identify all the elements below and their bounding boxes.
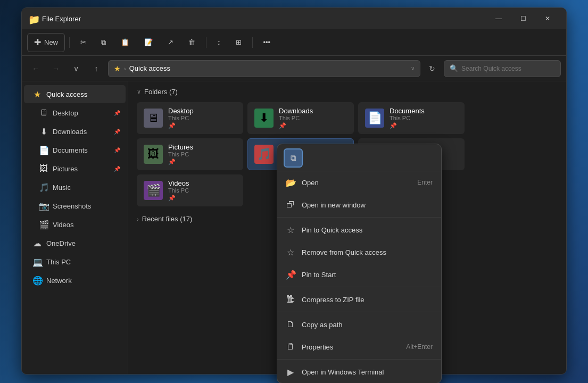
toolbar-separator-3: [252, 37, 253, 48]
pin-icon-pictures: 📌: [114, 166, 120, 172]
recent-chevron-icon: ›: [137, 216, 139, 222]
folders-chevron-icon: ∨: [137, 88, 141, 95]
context-item-open-terminal-label: Open in Windows Terminal: [302, 368, 433, 376]
folder-pictures-info: Pictures This PC 📌: [168, 143, 236, 165]
folder-item-desktop[interactable]: 🖥 Desktop This PC 📌: [137, 102, 243, 134]
sidebar-item-onedrive[interactable]: ☁ OneDrive: [24, 234, 126, 252]
context-item-properties[interactable]: 🗒 Properties Alt+Enter: [277, 336, 441, 358]
up-button[interactable]: ↑: [88, 60, 105, 77]
search-input[interactable]: [461, 65, 555, 72]
sidebar-item-label-quick-access: Quick access: [46, 90, 120, 98]
context-top-row: ⧉: [277, 144, 441, 171]
remove-quick-icon: ☆: [286, 247, 295, 257]
sidebar: ★ Quick access 🖥 Desktop 📌 ⬇ Downloads 📌…: [22, 81, 128, 374]
sidebar-item-this-pc[interactable]: 💻 This PC: [24, 253, 126, 271]
sidebar-item-label-downloads: Downloads: [53, 128, 110, 136]
context-item-pin-start[interactable]: 📌 Pin to Start: [277, 263, 441, 286]
folder-videos-name: Videos: [168, 179, 236, 187]
folder-item-pictures[interactable]: 🖼 Pictures This PC 📌: [137, 138, 243, 170]
context-separator-1: [277, 217, 441, 218]
screenshots-icon: 📷: [39, 201, 48, 211]
forward-button[interactable]: →: [47, 60, 64, 77]
share-icon: ↗: [168, 38, 173, 46]
new-icon: ✚: [34, 37, 41, 47]
context-item-pin-quick[interactable]: ☆ Pin to Quick access: [277, 219, 441, 241]
sidebar-item-label-documents: Documents: [53, 146, 110, 154]
sort-button[interactable]: ↕: [211, 33, 227, 52]
pin-icon-desktop: 📌: [114, 110, 120, 116]
context-item-open-label: Open: [302, 179, 411, 187]
folder-downloads-info: Downloads This PC 📌: [279, 107, 347, 129]
folder-videos-pin: 📌: [168, 195, 236, 202]
cut-button[interactable]: ✂: [74, 33, 93, 52]
folders-section-header[interactable]: ∨ Folders (7): [137, 88, 558, 96]
sidebar-item-desktop[interactable]: 🖥 Desktop 📌: [24, 104, 126, 122]
view-icon: ⊞: [236, 38, 242, 46]
context-copy-icon-button[interactable]: ⧉: [284, 148, 303, 168]
share-button[interactable]: ↗: [161, 33, 180, 52]
context-item-compress[interactable]: 🗜 Compress to ZIP file: [277, 288, 441, 311]
folder-desktop-pin: 📌: [168, 122, 236, 129]
context-item-pin-quick-label: Pin to Quick access: [302, 226, 433, 234]
view-button[interactable]: ⊞: [229, 33, 248, 52]
back-button[interactable]: ←: [27, 60, 44, 77]
address-bar-area: ← → ∨ ↑ ★ › Quick access ∨ ↻ 🔍: [22, 56, 566, 81]
folder-documents-info: Documents This PC 📌: [390, 107, 458, 129]
new-button[interactable]: ✚ New: [27, 33, 65, 52]
folder-pictures-pin: 📌: [168, 159, 236, 165]
folder-desktop-info: Desktop This PC 📌: [168, 107, 236, 129]
sidebar-item-documents[interactable]: 📄 Documents 📌: [24, 141, 126, 159]
sidebar-item-screenshots[interactable]: 📷 Screenshots: [24, 197, 126, 215]
address-bar[interactable]: ★ › Quick access ∨: [108, 60, 420, 77]
folder-documents-pin: 📌: [390, 122, 458, 129]
properties-icon: 🗒: [286, 342, 295, 352]
close-button[interactable]: ✕: [535, 10, 560, 27]
folder-item-videos[interactable]: 🎬 Videos This PC 📌: [137, 174, 243, 206]
rename-icon: 📝: [144, 38, 153, 46]
minimize-button[interactable]: —: [486, 10, 511, 27]
context-item-open-shortcut: Enter: [417, 179, 433, 186]
folder-documents-name: Documents: [390, 107, 458, 115]
pin-quick-icon: ☆: [286, 225, 295, 235]
folder-desktop-sub: This PC: [168, 115, 236, 121]
paste-button[interactable]: 📋: [114, 33, 136, 52]
more-button[interactable]: •••: [257, 33, 277, 52]
context-item-properties-shortcut: Alt+Enter: [406, 343, 433, 351]
sidebar-item-videos[interactable]: 🎬 Videos: [24, 215, 126, 234]
maximize-button[interactable]: ☐: [511, 10, 535, 27]
folder-desktop-icon: 🖥: [144, 109, 163, 128]
context-item-copy-path[interactable]: 🗋 Copy as path: [277, 313, 441, 336]
sidebar-item-label-pictures: Pictures: [53, 165, 110, 173]
context-item-remove-quick[interactable]: ☆ Remove from Quick access: [277, 241, 441, 263]
copy-button[interactable]: ⧉: [95, 33, 112, 52]
rename-button[interactable]: 📝: [138, 33, 159, 52]
address-chevron-icon: ∨: [411, 65, 415, 71]
context-separator-3: [277, 312, 441, 312]
compress-icon: 🗜: [286, 295, 295, 304]
context-item-properties-label: Properties: [302, 343, 400, 351]
folder-item-documents[interactable]: 📄 Documents This PC 📌: [358, 102, 465, 134]
context-item-remove-quick-label: Remove from Quick access: [302, 248, 433, 256]
toolbar-separator-1: [69, 37, 70, 48]
quick-access-star-icon: ★: [114, 64, 121, 73]
context-item-compress-label: Compress to ZIP file: [302, 296, 433, 304]
sidebar-item-network[interactable]: 🌐 Network: [24, 271, 126, 289]
delete-button[interactable]: 🗑: [182, 33, 202, 52]
folders-header-label: Folders (7): [144, 88, 178, 96]
folder-item-downloads[interactable]: ⬇ Downloads This PC 📌: [247, 102, 354, 134]
sidebar-item-music[interactable]: 🎵 Music: [24, 178, 126, 196]
downloads-icon: ⬇: [39, 127, 48, 137]
sidebar-item-downloads[interactable]: ⬇ Downloads 📌: [24, 122, 126, 140]
context-item-open[interactable]: 📂 Open Enter: [277, 171, 441, 194]
sidebar-item-pictures[interactable]: 🖼 Pictures 📌: [24, 160, 126, 178]
context-item-pin-start-label: Pin to Start: [302, 271, 433, 279]
sidebar-item-label-this-pc: This PC: [46, 258, 120, 266]
context-item-open-new[interactable]: 🗗 Open in new window: [277, 194, 441, 216]
folder-downloads-icon: ⬇: [254, 109, 274, 128]
sidebar-item-quick-access[interactable]: ★ Quick access: [24, 85, 126, 103]
context-item-open-terminal[interactable]: ▶ Open in Windows Terminal: [277, 361, 441, 383]
history-dropdown-button[interactable]: ∨: [68, 60, 85, 77]
search-box: 🔍: [444, 60, 561, 77]
new-label: New: [44, 38, 58, 46]
refresh-button[interactable]: ↻: [424, 60, 441, 77]
